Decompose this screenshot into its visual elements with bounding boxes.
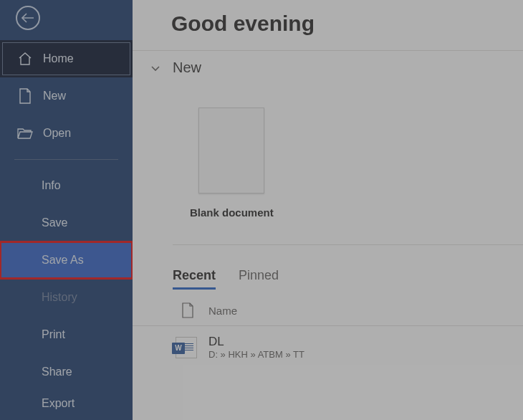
recent-file-item[interactable]: W DL D: » HKH » ATBM » TT [133,326,523,368]
sidebar-item-label: History [42,291,77,304]
main-panel: Good evening New Blank document Recent P… [133,0,523,420]
sidebar-item-save[interactable]: Save [0,204,133,242]
sidebar-item-label: Open [43,127,71,140]
recent-tabs: Recent Pinned [133,245,523,290]
sidebar-item-label: Save [42,216,67,229]
back-button[interactable] [16,6,40,30]
sidebar-divider [14,159,118,160]
file-new-icon [17,88,33,104]
sidebar-item-history[interactable]: History [0,279,133,316]
nav-list: Home New Open Info Save Save As History [0,40,133,416]
sidebar-item-label: Share [42,366,72,378]
sidebar-item-home[interactable]: Home [0,40,133,77]
template-row: Blank document [133,82,523,244]
file-icon [181,302,208,318]
file-info: DL D: » HKH » ATBM » TT [208,335,304,360]
sidebar-item-label: Info [42,179,61,192]
file-path: D: » HKH » ATBM » TT [208,349,304,360]
template-blank-document[interactable]: Blank document [190,108,274,219]
new-section-header[interactable]: New [133,51,523,82]
folder-open-icon [17,125,33,141]
column-name-header: Name [208,305,237,317]
sidebar-item-label: Save As [42,254,84,267]
tab-pinned[interactable]: Pinned [239,268,279,290]
file-name: DL [208,335,304,349]
sidebar-item-info[interactable]: Info [0,167,133,204]
word-document-icon: W [176,337,197,358]
sidebar-item-save-as[interactable]: Save As [0,242,133,279]
greeting-title: Good evening [133,11,523,50]
sidebar-item-label: Export [42,397,75,410]
tab-recent[interactable]: Recent [173,268,216,290]
sidebar-item-share[interactable]: Share [0,353,133,391]
sidebar-item-label: Print [42,328,65,341]
arrow-left-icon [21,13,34,23]
sidebar-item-label: Home [43,52,74,65]
template-label: Blank document [190,206,274,219]
backstage-sidebar: Home New Open Info Save Save As History [0,0,133,420]
home-icon [17,51,33,67]
sidebar-item-print[interactable]: Print [0,316,133,353]
chevron-down-icon [150,62,161,74]
new-section-title: New [173,59,201,76]
sidebar-item-new[interactable]: New [0,77,133,115]
sidebar-item-open[interactable]: Open [0,115,133,152]
template-thumbnail [198,108,264,194]
sidebar-item-export[interactable]: Export [0,391,133,416]
sidebar-item-label: New [43,90,66,102]
recent-list-header: Name [133,290,523,326]
